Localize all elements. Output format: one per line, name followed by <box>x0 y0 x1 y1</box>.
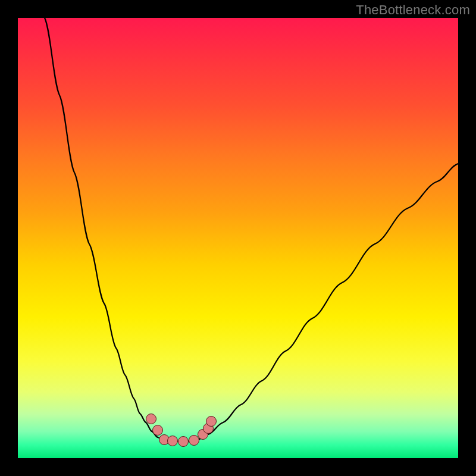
right-branch-path <box>184 164 458 441</box>
data-markers <box>146 414 217 447</box>
watermark-text: TheBottleneck.com <box>356 2 470 18</box>
plot-area <box>18 18 458 458</box>
data-marker <box>168 436 178 446</box>
data-marker <box>178 437 189 447</box>
curve-lines <box>45 18 458 441</box>
data-marker <box>146 414 156 424</box>
data-marker <box>153 425 163 436</box>
data-marker <box>206 416 217 427</box>
left-branch-path <box>45 18 184 441</box>
curve-svg <box>18 18 458 458</box>
data-marker <box>189 436 199 446</box>
chart-frame: TheBottleneck.com <box>0 0 476 476</box>
